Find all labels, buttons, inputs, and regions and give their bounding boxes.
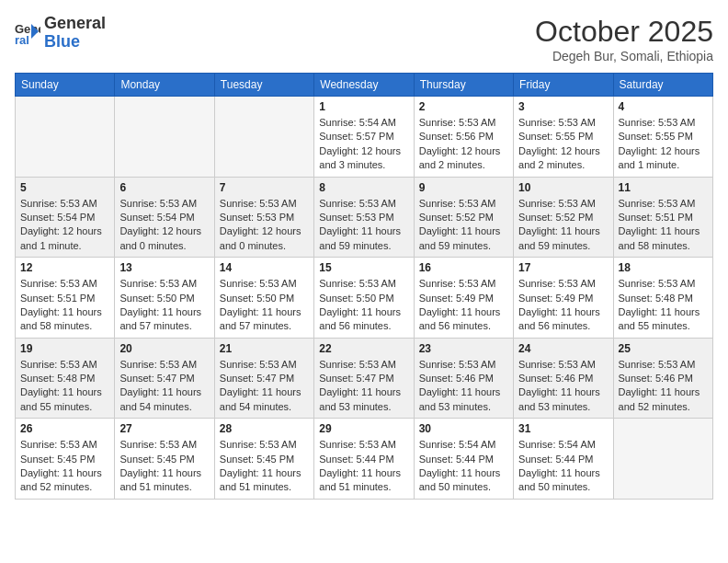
calendar-cell: 24Sunrise: 5:53 AM Sunset: 5:46 PM Dayli… <box>514 338 613 419</box>
day-number: 7 <box>220 181 309 194</box>
weekday-header-tuesday: Tuesday <box>214 74 313 97</box>
day-number: 30 <box>419 422 508 435</box>
weekday-header-saturday: Saturday <box>613 74 712 97</box>
day-info: Sunrise: 5:53 AM Sunset: 5:47 PM Dayligh… <box>319 358 408 415</box>
calendar-cell: 5Sunrise: 5:53 AM Sunset: 5:54 PM Daylig… <box>16 177 115 258</box>
calendar-cell: 21Sunrise: 5:53 AM Sunset: 5:47 PM Dayli… <box>214 338 313 419</box>
day-number: 24 <box>518 342 608 355</box>
calendar-cell: 4Sunrise: 5:53 AM Sunset: 5:55 PM Daylig… <box>613 97 712 178</box>
day-info: Sunrise: 5:53 AM Sunset: 5:49 PM Dayligh… <box>419 277 508 334</box>
week-row-2: 5Sunrise: 5:53 AM Sunset: 5:54 PM Daylig… <box>16 177 713 258</box>
day-number: 23 <box>419 342 508 355</box>
day-info: Sunrise: 5:53 AM Sunset: 5:47 PM Dayligh… <box>220 358 309 415</box>
svg-text:ral: ral <box>15 33 29 46</box>
day-number: 17 <box>518 261 608 274</box>
calendar-cell: 10Sunrise: 5:53 AM Sunset: 5:52 PM Dayli… <box>514 177 613 258</box>
day-number: 25 <box>619 342 708 355</box>
day-number: 26 <box>20 422 109 435</box>
day-info: Sunrise: 5:53 AM Sunset: 5:45 PM Dayligh… <box>119 438 209 495</box>
day-number: 21 <box>220 342 309 355</box>
weekday-header-wednesday: Wednesday <box>314 74 414 97</box>
weekday-header-monday: Monday <box>115 74 214 97</box>
day-number: 31 <box>518 422 608 435</box>
calendar-cell: 27Sunrise: 5:53 AM Sunset: 5:45 PM Dayli… <box>115 419 214 500</box>
day-info: Sunrise: 5:54 AM Sunset: 5:57 PM Dayligh… <box>319 116 408 173</box>
calendar-cell <box>16 97 115 178</box>
day-number: 4 <box>619 100 708 113</box>
calendar-cell: 1Sunrise: 5:54 AM Sunset: 5:57 PM Daylig… <box>314 97 414 178</box>
calendar-cell: 16Sunrise: 5:53 AM Sunset: 5:49 PM Dayli… <box>414 258 513 339</box>
day-number: 9 <box>419 181 508 194</box>
day-number: 5 <box>20 181 109 194</box>
calendar: SundayMondayTuesdayWednesdayThursdayFrid… <box>15 73 713 500</box>
day-number: 16 <box>419 261 508 274</box>
day-info: Sunrise: 5:53 AM Sunset: 5:48 PM Dayligh… <box>619 277 708 334</box>
day-info: Sunrise: 5:53 AM Sunset: 5:56 PM Dayligh… <box>419 116 508 173</box>
day-number: 3 <box>518 100 608 113</box>
calendar-cell: 7Sunrise: 5:53 AM Sunset: 5:53 PM Daylig… <box>214 177 313 258</box>
day-number: 2 <box>419 100 508 113</box>
day-info: Sunrise: 5:53 AM Sunset: 5:51 PM Dayligh… <box>619 197 708 254</box>
day-info: Sunrise: 5:53 AM Sunset: 5:46 PM Dayligh… <box>419 358 508 415</box>
day-info: Sunrise: 5:54 AM Sunset: 5:44 PM Dayligh… <box>419 438 508 495</box>
calendar-cell: 31Sunrise: 5:54 AM Sunset: 5:44 PM Dayli… <box>514 419 613 500</box>
day-number: 28 <box>220 422 309 435</box>
day-number: 6 <box>119 181 209 194</box>
calendar-cell: 22Sunrise: 5:53 AM Sunset: 5:47 PM Dayli… <box>314 338 414 419</box>
calendar-cell <box>115 97 214 178</box>
day-info: Sunrise: 5:53 AM Sunset: 5:44 PM Dayligh… <box>319 438 408 495</box>
calendar-cell: 23Sunrise: 5:53 AM Sunset: 5:46 PM Dayli… <box>414 338 513 419</box>
calendar-cell: 11Sunrise: 5:53 AM Sunset: 5:51 PM Dayli… <box>613 177 712 258</box>
weekday-header-friday: Friday <box>514 74 613 97</box>
day-number: 29 <box>319 422 408 435</box>
day-info: Sunrise: 5:53 AM Sunset: 5:46 PM Dayligh… <box>619 358 708 415</box>
day-number: 20 <box>119 342 209 355</box>
day-number: 27 <box>119 422 209 435</box>
day-info: Sunrise: 5:53 AM Sunset: 5:49 PM Dayligh… <box>518 277 608 334</box>
weekday-header-sunday: Sunday <box>16 74 115 97</box>
day-info: Sunrise: 5:53 AM Sunset: 5:50 PM Dayligh… <box>119 277 209 334</box>
location: Degeh Bur, Somali, Ethiopia <box>535 49 713 63</box>
day-number: 1 <box>319 100 408 113</box>
week-row-3: 12Sunrise: 5:53 AM Sunset: 5:51 PM Dayli… <box>16 258 713 339</box>
calendar-cell: 15Sunrise: 5:53 AM Sunset: 5:50 PM Dayli… <box>314 258 414 339</box>
calendar-cell: 9Sunrise: 5:53 AM Sunset: 5:52 PM Daylig… <box>414 177 513 258</box>
day-info: Sunrise: 5:53 AM Sunset: 5:55 PM Dayligh… <box>518 116 608 173</box>
day-info: Sunrise: 5:53 AM Sunset: 5:53 PM Dayligh… <box>220 197 309 254</box>
calendar-cell <box>613 419 712 500</box>
day-info: Sunrise: 5:53 AM Sunset: 5:48 PM Dayligh… <box>20 358 109 415</box>
title-block: October 2025 Degeh Bur, Somali, Ethiopia <box>535 15 713 63</box>
weekday-header-row: SundayMondayTuesdayWednesdayThursdayFrid… <box>16 74 713 97</box>
calendar-cell: 25Sunrise: 5:53 AM Sunset: 5:46 PM Dayli… <box>613 338 712 419</box>
day-number: 8 <box>319 181 408 194</box>
day-info: Sunrise: 5:53 AM Sunset: 5:51 PM Dayligh… <box>20 277 109 334</box>
week-row-1: 1Sunrise: 5:54 AM Sunset: 5:57 PM Daylig… <box>16 97 713 178</box>
day-number: 12 <box>20 261 109 274</box>
day-number: 18 <box>619 261 708 274</box>
day-info: Sunrise: 5:53 AM Sunset: 5:53 PM Dayligh… <box>319 197 408 254</box>
page-header: Gene ral General Blue October 2025 Degeh… <box>15 15 713 63</box>
day-info: Sunrise: 5:53 AM Sunset: 5:55 PM Dayligh… <box>619 116 708 173</box>
calendar-cell: 29Sunrise: 5:53 AM Sunset: 5:44 PM Dayli… <box>314 419 414 500</box>
day-info: Sunrise: 5:53 AM Sunset: 5:50 PM Dayligh… <box>220 277 309 334</box>
logo-general: General <box>44 15 106 33</box>
calendar-cell: 28Sunrise: 5:53 AM Sunset: 5:45 PM Dayli… <box>214 419 313 500</box>
logo-blue: Blue <box>44 33 106 52</box>
calendar-cell: 3Sunrise: 5:53 AM Sunset: 5:55 PM Daylig… <box>514 97 613 178</box>
day-number: 10 <box>518 181 608 194</box>
calendar-cell: 2Sunrise: 5:53 AM Sunset: 5:56 PM Daylig… <box>414 97 513 178</box>
day-info: Sunrise: 5:53 AM Sunset: 5:52 PM Dayligh… <box>518 197 608 254</box>
day-info: Sunrise: 5:53 AM Sunset: 5:46 PM Dayligh… <box>518 358 608 415</box>
day-number: 15 <box>319 261 408 274</box>
calendar-cell: 30Sunrise: 5:54 AM Sunset: 5:44 PM Dayli… <box>414 419 513 500</box>
calendar-cell: 12Sunrise: 5:53 AM Sunset: 5:51 PM Dayli… <box>16 258 115 339</box>
day-info: Sunrise: 5:53 AM Sunset: 5:54 PM Dayligh… <box>20 197 109 254</box>
day-info: Sunrise: 5:54 AM Sunset: 5:44 PM Dayligh… <box>518 438 608 495</box>
day-info: Sunrise: 5:53 AM Sunset: 5:50 PM Dayligh… <box>319 277 408 334</box>
day-info: Sunrise: 5:53 AM Sunset: 5:45 PM Dayligh… <box>220 438 309 495</box>
calendar-cell: 6Sunrise: 5:53 AM Sunset: 5:54 PM Daylig… <box>115 177 214 258</box>
weekday-header-thursday: Thursday <box>414 74 513 97</box>
day-info: Sunrise: 5:53 AM Sunset: 5:47 PM Dayligh… <box>119 358 209 415</box>
calendar-cell <box>214 97 313 178</box>
calendar-cell: 26Sunrise: 5:53 AM Sunset: 5:45 PM Dayli… <box>16 419 115 500</box>
